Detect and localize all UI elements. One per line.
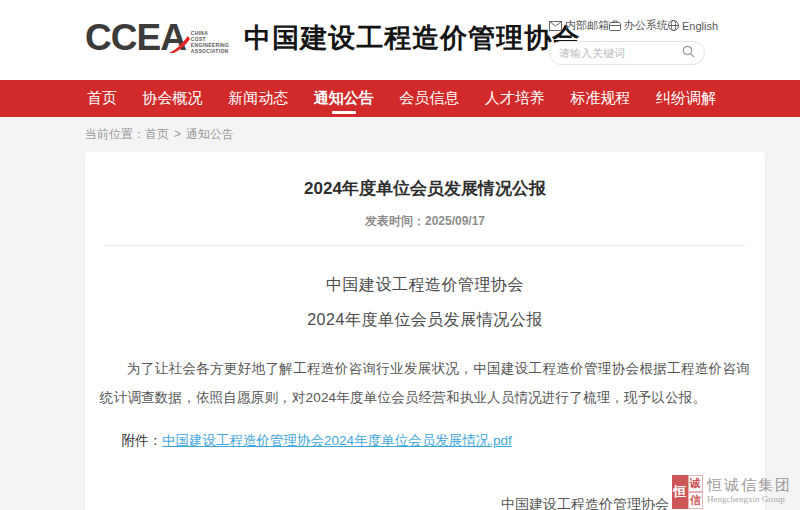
- breadcrumb-home-link[interactable]: 首页: [145, 127, 169, 141]
- watermark-text: 恒诚信集团 Hengchengxin Group: [707, 476, 792, 505]
- nav-item-about[interactable]: 协会概况: [141, 80, 205, 117]
- globe-icon: [668, 20, 679, 31]
- quick-link-office-system[interactable]: 办公系统: [609, 18, 668, 33]
- nav-item-news[interactable]: 新闻动态: [226, 80, 290, 117]
- site-header: CCEA CHINA COST ENGINEERING ASSOCIATION …: [0, 0, 800, 80]
- article-signature: 中国建设工程造价管理协会 2025年9月17日: [501, 490, 669, 510]
- search-input[interactable]: [559, 47, 682, 59]
- breadcrumb-prefix: 当前位置：: [85, 127, 145, 141]
- watermark-name-en: Hengchengxin Group: [707, 494, 792, 505]
- search-icon[interactable]: [682, 44, 695, 62]
- signature-org: 中国建设工程造价管理协会: [501, 490, 669, 510]
- article-heading-subject: 2024年度单位会员发展情况公报: [85, 310, 765, 331]
- article-card: 2024年度单位会员发展情况公报 发表时间：2025/09/17 中国建设工程造…: [85, 152, 765, 510]
- logo: CCEA CHINA COST ENGINEERING ASSOCIATION …: [85, 16, 580, 60]
- title-divider: [105, 245, 745, 246]
- header-right: 内部邮箱 办公系统 English: [549, 18, 705, 65]
- nav-item-members[interactable]: 会员信息: [397, 80, 461, 117]
- article-title: 2024年度单位会员发展情况公报: [85, 152, 765, 200]
- quick-link-mail[interactable]: 内部邮箱: [549, 18, 609, 33]
- attachment-label: 附件：: [122, 433, 163, 448]
- article-paragraph: 为了让社会各方更好地了解工程造价咨询行业发展状况，中国建设工程造价管理协会根据工…: [100, 354, 750, 412]
- watermark-name-cn: 恒诚信集团: [707, 476, 792, 494]
- logo-subtext: CHINA COST ENGINEERING ASSOCIATION: [191, 30, 229, 54]
- nav-item-home[interactable]: 首页: [85, 80, 119, 117]
- breadcrumb: 当前位置：首页>通知公告: [0, 117, 800, 152]
- search-box: [549, 41, 705, 65]
- breadcrumb-current-link[interactable]: 通知公告: [186, 127, 234, 141]
- nav-item-notices[interactable]: 通知公告: [312, 80, 376, 117]
- hengchengxin-watermark: 恒 诚 信 恒诚信集团 Hengchengxin Group: [672, 475, 792, 506]
- nav-item-standards[interactable]: 标准规程: [568, 80, 632, 117]
- main-nav: 首页 协会概况 新闻动态 通知公告 会员信息 人才培养 标准规程 纠纷调解: [0, 80, 800, 117]
- quick-links: 内部邮箱 办公系统 English: [549, 18, 705, 33]
- article-heading-org: 中国建设工程造价管理协会: [85, 275, 765, 296]
- article-publish-date: 发表时间：2025/09/17: [85, 213, 765, 230]
- attachment-row: 附件：中国建设工程造价管理协会2024年度单位会员发展情况.pdf: [100, 432, 750, 450]
- quick-link-english[interactable]: English: [668, 20, 718, 32]
- logo-acronym-prefix: CCE: [85, 17, 160, 58]
- site-title: 中国建设工程造价管理协会: [244, 20, 580, 56]
- mail-icon: [549, 21, 562, 31]
- logo-acronym: CCEA: [85, 16, 186, 60]
- office-system-icon: [609, 20, 621, 31]
- attachment-pdf-link[interactable]: 中国建设工程造价管理协会2024年度单位会员发展情况.pdf: [162, 433, 512, 448]
- breadcrumb-separator: >: [174, 127, 181, 141]
- hengchengxin-logo-icon: 恒 诚 信: [672, 475, 703, 506]
- logo-red-swoosh-icon: [168, 36, 190, 54]
- nav-item-training[interactable]: 人才培养: [483, 80, 547, 117]
- logo-acronym-a: A: [160, 16, 186, 60]
- nav-item-disputes[interactable]: 纠纷调解: [654, 80, 718, 117]
